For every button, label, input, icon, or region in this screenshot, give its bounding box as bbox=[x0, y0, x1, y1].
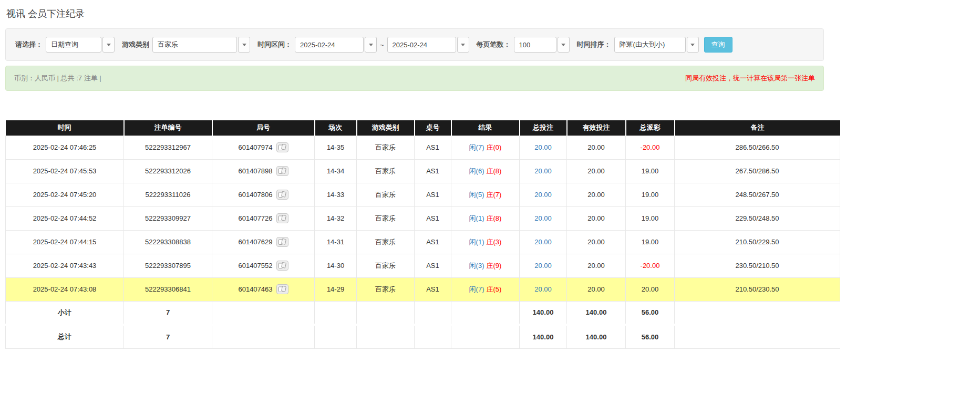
valid-bet-cell: 20.00 bbox=[567, 183, 626, 206]
table-row: 2025-02-24 07:45:53 522293312026 6014078… bbox=[6, 159, 840, 183]
table-no-cell: AS1 bbox=[415, 136, 451, 159]
total-bet-link[interactable]: 20.00 bbox=[534, 167, 552, 175]
total-bet-cell: 20.00 bbox=[520, 230, 567, 254]
round-cell: 601407974 bbox=[212, 136, 315, 159]
bet-id-cell: 522293312026 bbox=[124, 159, 212, 183]
result-banker: 庄(8) bbox=[487, 167, 502, 175]
total-bet-link[interactable]: 20.00 bbox=[534, 262, 552, 270]
valid-bet-cell: 20.00 bbox=[567, 230, 626, 254]
result-player: 闲(5) bbox=[469, 191, 484, 199]
caret-shape bbox=[461, 44, 465, 46]
total-bet-link[interactable]: 20.00 bbox=[534, 214, 552, 222]
total-bet-link[interactable]: 20.00 bbox=[534, 238, 552, 246]
video-replay-icon[interactable] bbox=[276, 166, 288, 176]
empty-cell bbox=[315, 301, 357, 325]
round-number: 601407974 bbox=[238, 143, 272, 151]
result-cell: 闲(7)庄(5) bbox=[451, 277, 520, 301]
col-header-payout: 总派彩 bbox=[626, 120, 675, 136]
result-cell: 闲(6)庄(8) bbox=[451, 159, 520, 183]
round-cell: 601407898 bbox=[212, 159, 315, 183]
session-cell: 14-29 bbox=[315, 277, 357, 301]
chevron-down-icon[interactable] bbox=[558, 37, 570, 53]
table-header-row: 时间 注单编号 局号 场次 游戏类别 桌号 结果 总投注 有效投注 总派彩 备注 bbox=[6, 120, 840, 136]
subtotal-count: 7 bbox=[124, 301, 212, 325]
session-cell: 14-30 bbox=[315, 254, 357, 277]
round-cell: 601407806 bbox=[212, 183, 315, 206]
game-type-cell: 百家乐 bbox=[357, 277, 415, 301]
total-label: 总计 bbox=[6, 325, 124, 348]
result-cell: 闲(1)庄(8) bbox=[451, 206, 520, 230]
date-to-select[interactable]: 2025-02-24 bbox=[387, 37, 469, 53]
remark-cell: 229.50/248.50 bbox=[675, 206, 840, 230]
result-cell: 闲(5)庄(7) bbox=[451, 183, 520, 206]
bet-id-cell: 522293309927 bbox=[124, 206, 212, 230]
col-header-remark: 备注 bbox=[675, 120, 840, 136]
summary-notice: 同局有效投注，统一计算在该局第一张注单 bbox=[685, 74, 815, 83]
video-replay-icon[interactable] bbox=[276, 142, 288, 152]
table-no-cell: AS1 bbox=[415, 277, 451, 301]
subtotal-total-bet: 140.00 bbox=[520, 301, 567, 325]
caret-shape bbox=[690, 44, 695, 46]
table-row: 2025-02-24 07:43:43 522293307895 6014075… bbox=[6, 254, 840, 277]
game-type-select[interactable]: 百家乐 bbox=[152, 37, 250, 53]
time-cell: 2025-02-24 07:45:20 bbox=[6, 183, 124, 206]
chevron-down-icon[interactable] bbox=[365, 37, 377, 53]
chevron-down-icon[interactable] bbox=[238, 37, 250, 53]
total-bet-link[interactable]: 20.00 bbox=[534, 285, 552, 293]
valid-bet-cell: 20.00 bbox=[567, 206, 626, 230]
video-replay-icon[interactable] bbox=[276, 237, 288, 247]
valid-bet-cell: 20.00 bbox=[567, 136, 626, 159]
chevron-down-icon[interactable] bbox=[457, 37, 469, 53]
sort-order-select[interactable]: 降冪(由大到小) bbox=[614, 37, 699, 53]
valid-bet-cell: 20.00 bbox=[567, 254, 626, 277]
session-cell: 14-35 bbox=[315, 136, 357, 159]
empty-cell bbox=[212, 325, 315, 348]
query-type-select[interactable]: 日期查询 bbox=[46, 37, 115, 53]
total-valid-bet: 140.00 bbox=[567, 325, 626, 348]
col-header-table-no: 桌号 bbox=[415, 120, 451, 136]
video-replay-icon[interactable] bbox=[276, 261, 288, 271]
subtotal-label: 小计 bbox=[6, 301, 124, 325]
result-player: 闲(6) bbox=[469, 167, 484, 175]
caret-shape bbox=[369, 44, 373, 46]
time-range-label: 时间区间： bbox=[257, 40, 292, 49]
video-replay-icon[interactable] bbox=[276, 284, 288, 294]
total-bet-link[interactable]: 20.00 bbox=[534, 143, 552, 151]
result-player: 闲(7) bbox=[469, 143, 484, 151]
time-cell: 2025-02-24 07:44:52 bbox=[6, 206, 124, 230]
game-type-cell: 百家乐 bbox=[357, 254, 415, 277]
empty-cell bbox=[451, 325, 520, 348]
round-number: 601407629 bbox=[238, 238, 272, 246]
table-row: 2025-02-24 07:44:52 522293309927 6014077… bbox=[6, 206, 840, 230]
caret-shape bbox=[561, 44, 565, 46]
empty-cell bbox=[315, 325, 357, 348]
payout-cell: 20.00 bbox=[626, 277, 675, 301]
date-to-value: 2025-02-24 bbox=[387, 37, 456, 53]
round-number: 601407726 bbox=[238, 214, 272, 222]
total-total-bet: 140.00 bbox=[520, 325, 567, 348]
chevron-down-icon[interactable] bbox=[687, 37, 699, 53]
time-cell: 2025-02-24 07:45:53 bbox=[6, 159, 124, 183]
total-bet-cell: 20.00 bbox=[520, 159, 567, 183]
subtotal-payout: 56.00 bbox=[626, 301, 675, 325]
total-bet-cell: 20.00 bbox=[520, 254, 567, 277]
round-cell: 601407629 bbox=[212, 230, 315, 254]
payout-cell: 19.00 bbox=[626, 230, 675, 254]
page-size-select[interactable]: 100 bbox=[514, 37, 570, 53]
col-header-session: 场次 bbox=[315, 120, 357, 136]
total-bet-link[interactable]: 20.00 bbox=[534, 191, 552, 199]
total-count: 7 bbox=[124, 325, 212, 348]
round-cell: 601407726 bbox=[212, 206, 315, 230]
date-from-select[interactable]: 2025-02-24 bbox=[295, 37, 377, 53]
video-replay-icon[interactable] bbox=[276, 213, 288, 223]
chevron-down-icon[interactable] bbox=[102, 37, 115, 53]
sort-order-label: 时间排序： bbox=[577, 40, 611, 49]
subtotal-valid-bet: 140.00 bbox=[567, 301, 626, 325]
remark-cell: 248.50/267.50 bbox=[675, 183, 840, 206]
result-cell: 闲(3)庄(9) bbox=[451, 254, 520, 277]
filter-bar: 请选择： 日期查询 游戏类别 百家乐 时间区间： 2025-02-24 ~ 20… bbox=[5, 28, 824, 61]
search-button[interactable]: 查询 bbox=[704, 37, 733, 53]
video-replay-icon[interactable] bbox=[276, 190, 288, 200]
bet-id-cell: 522293307895 bbox=[124, 254, 212, 277]
time-cell: 2025-02-24 07:46:25 bbox=[6, 136, 124, 159]
